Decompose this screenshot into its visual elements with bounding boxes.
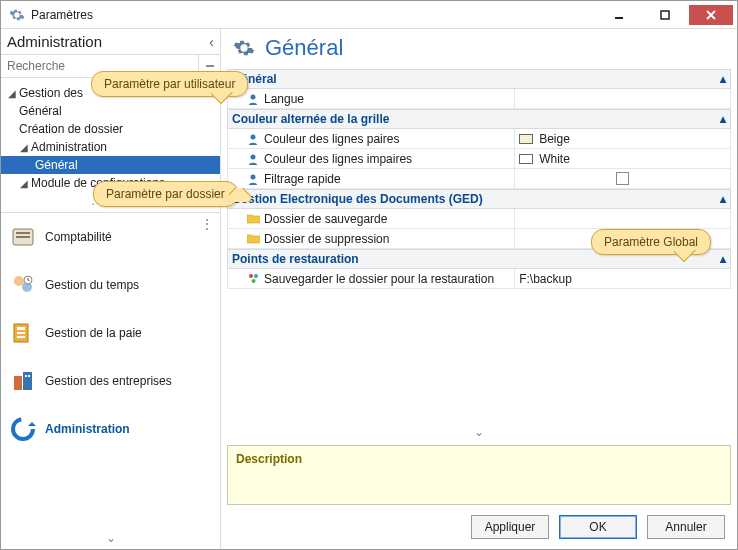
folder-icon bbox=[246, 232, 260, 246]
description-panel: Description bbox=[227, 445, 731, 505]
prop-value[interactable] bbox=[514, 169, 730, 188]
sidebar-header: Administration ‹ bbox=[1, 29, 220, 55]
svg-point-25 bbox=[251, 279, 255, 283]
callout-per-user: Paramètre par utilisateur bbox=[91, 71, 248, 97]
cancel-button[interactable]: Annuler bbox=[647, 515, 725, 539]
user-icon bbox=[246, 92, 260, 106]
people-clock-icon bbox=[9, 271, 37, 299]
svg-point-21 bbox=[251, 154, 256, 159]
svg-rect-16 bbox=[28, 375, 30, 377]
collapse-icon: ▴ bbox=[720, 72, 726, 86]
content-pane: Général Général ▴ Langue Couleur alterné… bbox=[221, 29, 737, 549]
maximize-button[interactable] bbox=[643, 5, 687, 25]
description-label: Description bbox=[236, 452, 302, 466]
category-grid-colors[interactable]: Couleur alternée de la grille ▴ bbox=[227, 109, 731, 129]
module-gestion-entreprises[interactable]: Gestion des entreprises bbox=[1, 357, 220, 405]
svg-rect-14 bbox=[23, 372, 32, 390]
color-swatch bbox=[519, 154, 533, 164]
svg-rect-13 bbox=[14, 376, 22, 390]
svg-rect-15 bbox=[25, 375, 27, 377]
svg-rect-4 bbox=[16, 232, 30, 234]
prop-couleur-paires[interactable]: Couleur des lignes paires Beige bbox=[227, 129, 731, 149]
tree-item-admin-general[interactable]: Général bbox=[1, 156, 220, 174]
ok-button[interactable]: OK bbox=[559, 515, 637, 539]
svg-rect-12 bbox=[17, 336, 25, 338]
prop-couleur-impaires[interactable]: Couleur des lignes impaires White bbox=[227, 149, 731, 169]
svg-point-19 bbox=[251, 94, 256, 99]
prop-value[interactable]: White bbox=[514, 149, 730, 168]
module-administration[interactable]: Administration bbox=[1, 405, 220, 453]
prop-restore-path[interactable]: Sauvegarder le dossier pour la restaurat… bbox=[227, 269, 731, 289]
svg-rect-1 bbox=[661, 11, 669, 19]
module-label: Gestion des entreprises bbox=[45, 374, 172, 388]
tree-item-general[interactable]: Général bbox=[1, 102, 220, 120]
tree-toggle-icon[interactable]: ◢ bbox=[19, 178, 29, 189]
module-list: ⋮ Comptabilité Gestion du temps Gestion … bbox=[1, 213, 220, 527]
buildings-icon bbox=[9, 367, 37, 395]
module-gestion-paie[interactable]: Gestion de la paie bbox=[1, 309, 220, 357]
svg-point-23 bbox=[249, 274, 253, 278]
callout-global: Paramètre Global bbox=[591, 229, 711, 255]
scroll-down-indicator[interactable]: ⌄ bbox=[221, 423, 737, 441]
sidebar: Administration ‹ ◢ Gestion des Général bbox=[1, 29, 221, 549]
collapse-icon: ▴ bbox=[720, 112, 726, 126]
refresh-gear-icon bbox=[9, 415, 37, 443]
tree-toggle-icon[interactable]: ◢ bbox=[7, 88, 17, 99]
prop-value[interactable] bbox=[514, 89, 730, 108]
global-icon bbox=[246, 272, 260, 286]
page-title: Général bbox=[265, 35, 343, 61]
prop-dossier-sauvegarde[interactable]: Dossier de sauvegarde bbox=[227, 209, 731, 229]
user-icon bbox=[246, 152, 260, 166]
module-label: Administration bbox=[45, 422, 130, 436]
module-label: Gestion de la paie bbox=[45, 326, 142, 340]
gear-icon bbox=[233, 37, 255, 59]
svg-rect-5 bbox=[16, 236, 30, 238]
sidebar-collapse-button[interactable]: ‹ bbox=[209, 33, 214, 50]
minimize-button[interactable] bbox=[597, 5, 641, 25]
module-menu-button[interactable]: ⋮ bbox=[200, 219, 214, 229]
svg-point-17 bbox=[13, 419, 33, 439]
svg-point-6 bbox=[14, 276, 24, 286]
svg-rect-2 bbox=[206, 65, 214, 67]
callout-tail-icon bbox=[674, 250, 696, 264]
svg-point-24 bbox=[254, 274, 258, 278]
prop-value[interactable] bbox=[514, 209, 730, 228]
content-header: Général bbox=[221, 29, 737, 69]
callout-tail-icon bbox=[211, 92, 233, 106]
category-ged[interactable]: Gestion Electronique des Documents (GED)… bbox=[227, 189, 731, 209]
category-general[interactable]: Général ▴ bbox=[227, 69, 731, 89]
ledger-icon bbox=[9, 223, 37, 251]
dialog-buttons: Appliquer OK Annuler bbox=[221, 505, 737, 549]
settings-window: Paramètres Administration ‹ bbox=[0, 0, 738, 550]
apply-button[interactable]: Appliquer bbox=[471, 515, 549, 539]
prop-value[interactable]: Beige bbox=[514, 129, 730, 148]
svg-point-22 bbox=[251, 174, 256, 179]
user-icon bbox=[246, 132, 260, 146]
sidebar-title: Administration bbox=[7, 33, 102, 50]
close-button[interactable] bbox=[689, 5, 733, 25]
checkbox[interactable] bbox=[616, 172, 629, 185]
prop-value[interactable]: F:\backup bbox=[514, 269, 730, 288]
prop-filtrage-rapide[interactable]: Filtrage rapide bbox=[227, 169, 731, 189]
module-comptabilite[interactable]: Comptabilité bbox=[1, 213, 220, 261]
titlebar: Paramètres bbox=[1, 1, 737, 29]
tree-item-administration[interactable]: ◢ Administration bbox=[1, 138, 220, 156]
module-gestion-temps[interactable]: Gestion du temps bbox=[1, 261, 220, 309]
prop-langue[interactable]: Langue bbox=[227, 89, 731, 109]
folder-icon bbox=[246, 212, 260, 226]
tree-toggle-icon[interactable]: ◢ bbox=[19, 142, 29, 153]
module-label: Comptabilité bbox=[45, 230, 112, 244]
sidebar-expand-toggle[interactable]: ⌄ bbox=[1, 527, 220, 549]
svg-rect-10 bbox=[17, 327, 25, 330]
payroll-icon bbox=[9, 319, 37, 347]
collapse-icon: ▴ bbox=[720, 252, 726, 266]
callout-tail-icon bbox=[229, 188, 251, 202]
callout-per-folder: Paramètre par dossier bbox=[93, 181, 238, 207]
tree-item-creation-dossier[interactable]: Création de dossier bbox=[1, 120, 220, 138]
svg-marker-18 bbox=[28, 422, 36, 426]
user-icon bbox=[246, 172, 260, 186]
module-label: Gestion du temps bbox=[45, 278, 139, 292]
svg-rect-0 bbox=[615, 17, 623, 19]
svg-point-20 bbox=[251, 134, 256, 139]
window-title: Paramètres bbox=[31, 8, 595, 22]
